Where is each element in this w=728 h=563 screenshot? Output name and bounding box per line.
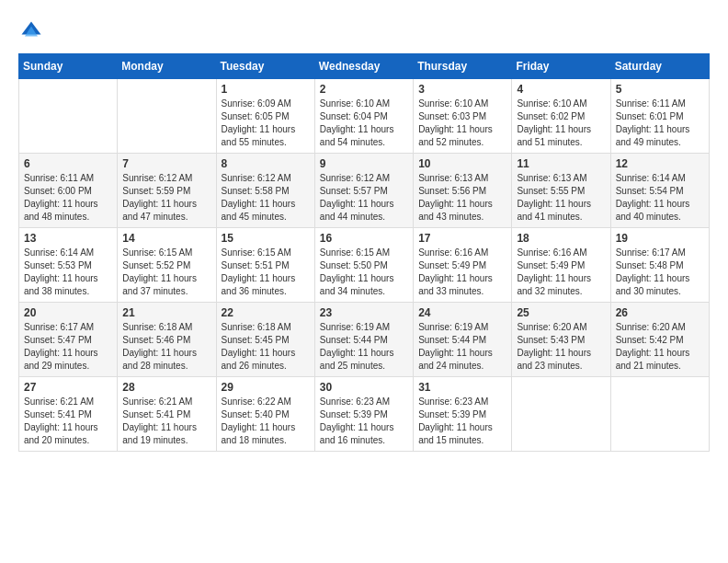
calendar-cell: 30Sunrise: 6:23 AMSunset: 5:39 PMDayligh… [314, 377, 413, 452]
day-info: Sunrise: 6:21 AMSunset: 5:41 PMDaylight:… [122, 396, 210, 447]
calendar-cell [512, 377, 610, 452]
day-info: Sunrise: 6:13 AMSunset: 5:55 PMDaylight:… [517, 172, 605, 224]
day-info: Sunrise: 6:23 AMSunset: 5:39 PMDaylight:… [320, 396, 408, 447]
calendar-cell: 21Sunrise: 6:18 AMSunset: 5:46 PMDayligh… [118, 303, 216, 377]
calendar-cell: 17Sunrise: 6:16 AMSunset: 5:49 PMDayligh… [414, 228, 512, 303]
calendar-cell: 4Sunrise: 6:10 AMSunset: 6:02 PMDaylight… [512, 79, 610, 154]
day-number: 17 [418, 232, 506, 245]
calendar-cell: 18Sunrise: 6:16 AMSunset: 5:49 PMDayligh… [512, 228, 610, 303]
calendar-cell: 13Sunrise: 6:14 AMSunset: 5:53 PMDayligh… [19, 228, 118, 303]
day-info: Sunrise: 6:17 AMSunset: 5:48 PMDaylight:… [616, 247, 704, 298]
calendar-week-row: 27Sunrise: 6:21 AMSunset: 5:41 PMDayligh… [19, 377, 710, 452]
calendar-cell: 31Sunrise: 6:23 AMSunset: 5:39 PMDayligh… [414, 377, 512, 452]
day-number: 2 [320, 83, 408, 96]
calendar-week-row: 20Sunrise: 6:17 AMSunset: 5:47 PMDayligh… [19, 303, 710, 377]
day-number: 15 [222, 232, 310, 245]
day-info: Sunrise: 6:11 AMSunset: 6:00 PMDaylight:… [24, 172, 112, 224]
day-info: Sunrise: 6:14 AMSunset: 5:54 PMDaylight:… [616, 172, 704, 224]
day-info: Sunrise: 6:10 AMSunset: 6:03 PMDaylight:… [418, 98, 506, 149]
calendar-cell: 20Sunrise: 6:17 AMSunset: 5:47 PMDayligh… [19, 303, 118, 377]
day-number: 14 [122, 232, 210, 245]
day-number: 7 [122, 157, 210, 170]
day-info: Sunrise: 6:17 AMSunset: 5:47 PMDaylight:… [24, 321, 112, 373]
calendar-cell: 11Sunrise: 6:13 AMSunset: 5:55 PMDayligh… [512, 154, 610, 228]
page-header [18, 18, 710, 44]
day-number: 13 [24, 232, 112, 245]
calendar-cell: 24Sunrise: 6:19 AMSunset: 5:44 PMDayligh… [414, 303, 512, 377]
day-info: Sunrise: 6:20 AMSunset: 5:43 PMDaylight:… [517, 321, 605, 373]
day-number: 12 [616, 157, 704, 170]
calendar-cell: 25Sunrise: 6:20 AMSunset: 5:43 PMDayligh… [512, 303, 610, 377]
calendar-cell: 8Sunrise: 6:12 AMSunset: 5:58 PMDaylight… [216, 154, 314, 228]
day-number: 18 [517, 232, 605, 245]
day-info: Sunrise: 6:19 AMSunset: 5:44 PMDaylight:… [320, 321, 408, 373]
calendar-cell: 23Sunrise: 6:19 AMSunset: 5:44 PMDayligh… [314, 303, 413, 377]
day-number: 29 [222, 381, 310, 394]
day-info: Sunrise: 6:23 AMSunset: 5:39 PMDaylight:… [418, 396, 506, 447]
calendar-cell: 10Sunrise: 6:13 AMSunset: 5:56 PMDayligh… [414, 154, 512, 228]
day-number: 27 [24, 381, 112, 394]
day-info: Sunrise: 6:15 AMSunset: 5:52 PMDaylight:… [122, 247, 210, 298]
calendar-cell: 19Sunrise: 6:17 AMSunset: 5:48 PMDayligh… [610, 228, 709, 303]
calendar-week-row: 6Sunrise: 6:11 AMSunset: 6:00 PMDaylight… [19, 154, 710, 228]
calendar-cell: 28Sunrise: 6:21 AMSunset: 5:41 PMDayligh… [118, 377, 216, 452]
day-number: 4 [517, 83, 605, 96]
calendar-cell: 6Sunrise: 6:11 AMSunset: 6:00 PMDaylight… [19, 154, 118, 228]
calendar-cell: 22Sunrise: 6:18 AMSunset: 5:45 PMDayligh… [216, 303, 314, 377]
calendar-cell: 1Sunrise: 6:09 AMSunset: 6:05 PMDaylight… [216, 79, 314, 154]
day-info: Sunrise: 6:11 AMSunset: 6:01 PMDaylight:… [616, 98, 704, 149]
day-info: Sunrise: 6:20 AMSunset: 5:42 PMDaylight:… [616, 321, 704, 373]
day-info: Sunrise: 6:18 AMSunset: 5:45 PMDaylight:… [222, 321, 310, 373]
logo-icon [18, 18, 44, 44]
calendar-cell [610, 377, 709, 452]
day-info: Sunrise: 6:16 AMSunset: 5:49 PMDaylight:… [517, 247, 605, 298]
calendar-cell: 5Sunrise: 6:11 AMSunset: 6:01 PMDaylight… [610, 79, 709, 154]
day-info: Sunrise: 6:14 AMSunset: 5:53 PMDaylight:… [24, 247, 112, 298]
day-info: Sunrise: 6:12 AMSunset: 5:59 PMDaylight:… [122, 172, 210, 224]
weekday-header-sunday: Sunday [19, 54, 118, 79]
calendar-cell: 15Sunrise: 6:15 AMSunset: 5:51 PMDayligh… [216, 228, 314, 303]
calendar-week-row: 13Sunrise: 6:14 AMSunset: 5:53 PMDayligh… [19, 228, 710, 303]
calendar-cell [19, 79, 118, 154]
calendar-cell: 26Sunrise: 6:20 AMSunset: 5:42 PMDayligh… [610, 303, 709, 377]
day-number: 31 [418, 381, 506, 394]
day-info: Sunrise: 6:10 AMSunset: 6:04 PMDaylight:… [320, 98, 408, 149]
day-number: 22 [222, 306, 310, 319]
weekday-header-thursday: Thursday [414, 54, 512, 79]
day-number: 10 [418, 157, 506, 170]
day-info: Sunrise: 6:22 AMSunset: 5:40 PMDaylight:… [222, 396, 310, 447]
calendar-week-row: 1Sunrise: 6:09 AMSunset: 6:05 PMDaylight… [19, 79, 710, 154]
day-info: Sunrise: 6:13 AMSunset: 5:56 PMDaylight:… [418, 172, 506, 224]
logo [18, 18, 48, 44]
calendar-cell: 3Sunrise: 6:10 AMSunset: 6:03 PMDaylight… [414, 79, 512, 154]
day-number: 21 [122, 306, 210, 319]
calendar-cell [118, 79, 216, 154]
calendar-table: SundayMondayTuesdayWednesdayThursdayFrid… [18, 53, 710, 452]
calendar-cell: 16Sunrise: 6:15 AMSunset: 5:50 PMDayligh… [314, 228, 413, 303]
day-number: 11 [517, 157, 605, 170]
day-info: Sunrise: 6:18 AMSunset: 5:46 PMDaylight:… [122, 321, 210, 373]
day-number: 6 [24, 157, 112, 170]
day-number: 23 [320, 306, 408, 319]
day-info: Sunrise: 6:15 AMSunset: 5:50 PMDaylight:… [320, 247, 408, 298]
day-info: Sunrise: 6:21 AMSunset: 5:41 PMDaylight:… [24, 396, 112, 447]
weekday-header-wednesday: Wednesday [314, 54, 413, 79]
day-number: 5 [616, 83, 704, 96]
weekday-header-monday: Monday [118, 54, 216, 79]
day-number: 30 [320, 381, 408, 394]
calendar-cell: 27Sunrise: 6:21 AMSunset: 5:41 PMDayligh… [19, 377, 118, 452]
weekday-header-saturday: Saturday [610, 54, 709, 79]
day-number: 1 [222, 83, 310, 96]
weekday-header-row: SundayMondayTuesdayWednesdayThursdayFrid… [19, 54, 710, 79]
day-number: 28 [122, 381, 210, 394]
day-info: Sunrise: 6:15 AMSunset: 5:51 PMDaylight:… [222, 247, 310, 298]
calendar-cell: 2Sunrise: 6:10 AMSunset: 6:04 PMDaylight… [314, 79, 413, 154]
calendar-cell: 7Sunrise: 6:12 AMSunset: 5:59 PMDaylight… [118, 154, 216, 228]
day-number: 24 [418, 306, 506, 319]
calendar-cell: 29Sunrise: 6:22 AMSunset: 5:40 PMDayligh… [216, 377, 314, 452]
day-info: Sunrise: 6:12 AMSunset: 5:57 PMDaylight:… [320, 172, 408, 224]
weekday-header-friday: Friday [512, 54, 610, 79]
day-info: Sunrise: 6:12 AMSunset: 5:58 PMDaylight:… [222, 172, 310, 224]
day-number: 26 [616, 306, 704, 319]
calendar-cell: 12Sunrise: 6:14 AMSunset: 5:54 PMDayligh… [610, 154, 709, 228]
